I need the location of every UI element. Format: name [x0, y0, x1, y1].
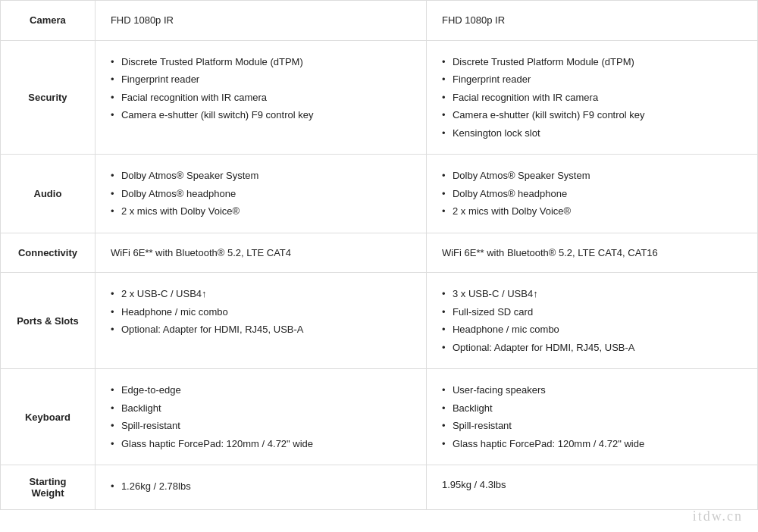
list-item: Headphone / mic combo [442, 321, 742, 339]
list-item: Facial recognition with IR camera [111, 89, 411, 107]
list-item: Optional: Adapter for HDMI, RJ45, USB-A [111, 321, 411, 339]
row-col2-2: Dolby Atmos® Speaker SystemDolby Atmos® … [426, 155, 757, 233]
list-item: Dolby Atmos® headphone [442, 185, 742, 203]
list-item: Spill-resistant [442, 417, 742, 435]
list-item: Glass haptic ForcePad: 120mm / 4.72" wid… [111, 435, 411, 453]
row-col1-5: Edge-to-edgeBacklightSpill-resistantGlas… [95, 369, 426, 465]
row-label-0: Camera [1, 1, 96, 41]
list-item: Edge-to-edge [111, 381, 411, 399]
row-col1-2: Dolby Atmos® Speaker SystemDolby Atmos® … [95, 155, 426, 233]
row-col1-6: 1.26kg / 2.78lbs [95, 465, 426, 510]
list-item: Dolby Atmos® Speaker System [442, 167, 742, 185]
row-label-6: Starting Weight [1, 465, 96, 510]
watermark: itdw.cn [693, 509, 743, 510]
row-col2-4: 3 x USB-C / USB4↑Full-sized SD cardHeadp… [426, 273, 757, 369]
list-item: Backlight [111, 399, 411, 418]
list-item: Spill-resistant [111, 417, 411, 435]
list-item: Dolby Atmos® Speaker System [111, 167, 411, 185]
list-item: 3 x USB-C / USB4↑ [442, 285, 742, 303]
list-item: Fingerprint reader [111, 70, 411, 89]
list-item: 2 x mics with Dolby Voice® [111, 202, 411, 221]
row-label-3: Connectivity [1, 233, 96, 273]
row-col2-3: WiFi 6E** with Bluetooth® 5.2, LTE CAT4,… [426, 233, 757, 273]
list-item: 1.26kg / 2.78lbs [111, 477, 411, 496]
row-col1-3: WiFi 6E** with Bluetooth® 5.2, LTE CAT4 [95, 233, 426, 273]
row-label-5: Keyboard [1, 369, 96, 465]
row-col1-0: FHD 1080p IR [95, 1, 426, 41]
list-item: Glass haptic ForcePad: 120mm / 4.72" wid… [442, 435, 742, 453]
row-label-1: Security [1, 40, 96, 155]
row-col1-4: 2 x USB-C / USB4↑Headphone / mic comboOp… [95, 273, 426, 369]
list-item: Full-sized SD card [442, 303, 742, 321]
list-item: Optional: Adapter for HDMI, RJ45, USB-A [442, 339, 742, 357]
row-col2-6: 1.95kg / 4.3lbs [426, 465, 757, 510]
list-item: User-facing speakers [442, 381, 742, 399]
row-label-4: Ports & Slots [1, 273, 96, 369]
list-item: 2 x mics with Dolby Voice® [442, 202, 742, 221]
row-col1-1: Discrete Trusted Platform Module (dTPM)F… [95, 40, 426, 155]
list-item: Discrete Trusted Platform Module (dTPM) [442, 53, 742, 71]
spec-table: CameraFHD 1080p IRFHD 1080p IRSecurityDi… [0, 0, 758, 510]
list-item: Camera e-shutter (kill switch) F9 contro… [442, 106, 742, 124]
list-item: Camera e-shutter (kill switch) F9 contro… [111, 106, 411, 124]
row-col2-5: User-facing speakersBacklightSpill-resis… [426, 369, 757, 465]
row-col2-0: FHD 1080p IR [426, 1, 757, 41]
list-item: Facial recognition with IR camera [442, 89, 742, 107]
list-item: Kensington lock slot [442, 124, 742, 142]
list-item: Backlight [442, 399, 742, 418]
list-item: Discrete Trusted Platform Module (dTPM) [111, 53, 411, 71]
list-item: Fingerprint reader [442, 70, 742, 89]
row-col2-1: Discrete Trusted Platform Module (dTPM)F… [426, 40, 757, 155]
list-item: Dolby Atmos® headphone [111, 185, 411, 203]
list-item: 2 x USB-C / USB4↑ [111, 285, 411, 303]
list-item: Headphone / mic combo [111, 303, 411, 321]
row-label-2: Audio [1, 155, 96, 233]
